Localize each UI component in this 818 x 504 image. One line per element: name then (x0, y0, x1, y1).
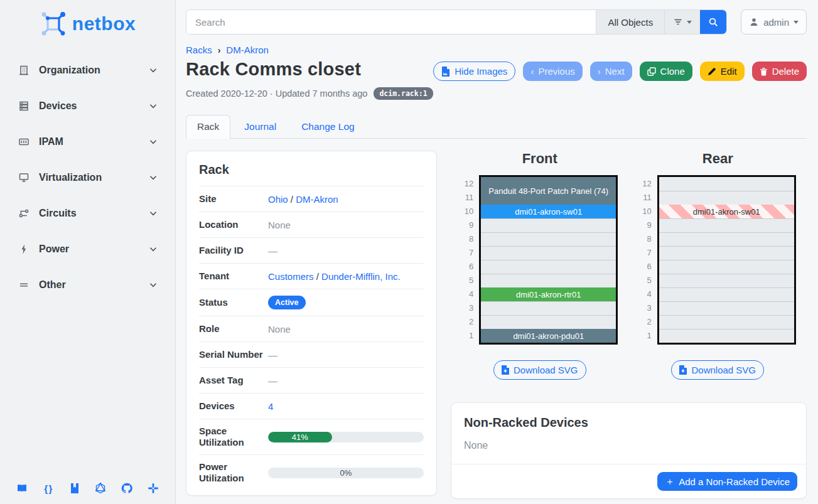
download-svg-rear-button[interactable]: Download SVG (671, 360, 764, 380)
rack-device[interactable]: dmi01-akron-pdu01 (481, 329, 616, 343)
sidebar-item-label: Power (39, 244, 148, 255)
attr-row-power-utilization: Power Utilization 0% 0% (199, 454, 424, 490)
rack-unit-slot[interactable] (481, 232, 616, 246)
sidebar-item-ipam[interactable]: IPAM (13, 129, 164, 154)
rack-unit-slot[interactable] (481, 260, 616, 274)
tenant-link[interactable]: Dunder-Mifflin, Inc. (321, 271, 401, 282)
tab-rack[interactable]: Rack (186, 115, 230, 139)
power-icon (18, 243, 30, 255)
pencil-icon (708, 67, 716, 76)
unit-number: 3 (640, 301, 657, 315)
attr-row-devices: Devices 4 (199, 393, 424, 419)
unit-number: 2 (461, 315, 479, 329)
rack-device[interactable]: dmi01-akron-sw01 (659, 205, 794, 218)
unit-number: 2 (640, 315, 657, 329)
copy-icon (647, 67, 656, 76)
plus-icon: ＋ (665, 476, 674, 488)
sidebar-item-devices[interactable]: Devices (13, 94, 164, 119)
sidebar-item-other[interactable]: Other (13, 272, 164, 298)
rack-unit-slot[interactable] (481, 218, 616, 232)
breadcrumb-racks[interactable]: Racks (186, 45, 212, 55)
graphql-icon[interactable] (94, 481, 107, 495)
netbox-logo[interactable]: netbox (0, 6, 175, 49)
add-non-racked-device-button[interactable]: ＋ Add a Non-Racked Device (657, 472, 797, 491)
sidebar-item-label: Other (39, 279, 148, 291)
rack-unit-slot[interactable] (659, 274, 794, 287)
attr-row-site: Site Ohio / DM-Akron (199, 186, 424, 212)
rack-unit-slot[interactable] (659, 315, 794, 329)
user-menu-button[interactable]: admin (741, 9, 807, 35)
devices-icon (18, 100, 30, 112)
unit-number: 1 (640, 329, 657, 343)
next-button[interactable]: › Next (590, 62, 632, 81)
object-type-select[interactable]: All Objects (596, 10, 664, 34)
chevron-down-icon (148, 136, 159, 147)
rack-unit-slot[interactable] (659, 287, 794, 301)
attr-row-space-utilization: Space Utilization 41% 41% (199, 419, 424, 454)
tab-change-log[interactable]: Change Log (290, 115, 365, 138)
tenant-group-link[interactable]: Customers (268, 271, 314, 282)
sidebar-item-virtualization[interactable]: Virtualization (13, 165, 164, 190)
rack-grid-front: Panduit 48-Port Patch Panel (74)dmi01-ak… (479, 175, 618, 345)
sidebar-item-circuits[interactable]: Circuits (13, 201, 164, 226)
clone-button[interactable]: Clone (640, 62, 692, 81)
rack-device[interactable]: Panduit 48-Port Patch Panel (74) (481, 177, 616, 205)
user-icon (749, 17, 759, 27)
unit-number: 11 (640, 191, 657, 205)
attr-row-tenant: Tenant Customers / Dunder-Mifflin, Inc. (199, 263, 424, 289)
rack-unit-slot[interactable] (659, 218, 794, 232)
rack-unit-slot[interactable] (659, 260, 794, 274)
devices-count-link[interactable]: 4 (268, 401, 273, 412)
rack-device[interactable]: dmi01-akron-sw01 (481, 205, 616, 218)
rack-unit-slot[interactable] (481, 274, 616, 287)
rack-unit-slot[interactable] (481, 246, 616, 260)
search-input[interactable] (186, 10, 596, 34)
serial-number-value: — (268, 350, 424, 360)
sidebar-item-organization[interactable]: Organization (13, 58, 164, 83)
rack-unit-slot[interactable] (659, 232, 794, 246)
unit-number: 10 (461, 205, 479, 218)
github-icon[interactable] (120, 481, 134, 495)
file-download-icon (679, 365, 687, 375)
sidebar-item-label: Organization (39, 65, 148, 76)
location-value: None (268, 220, 424, 230)
api-docs-icon[interactable] (68, 481, 82, 495)
sidebar-item-label: Devices (39, 100, 148, 112)
unit-number: 9 (640, 218, 657, 232)
docs-icon[interactable] (15, 481, 29, 495)
other-icon (18, 279, 30, 291)
rack-unit-slot[interactable] (481, 315, 616, 329)
tab-journal[interactable]: Journal (233, 115, 288, 138)
chevron-left-icon: ‹ (530, 66, 534, 77)
main-content: All Objects admin Racks › (176, 0, 818, 504)
tab-bar: Rack Journal Change Log (186, 115, 807, 139)
rack-unit-slot[interactable] (659, 301, 794, 315)
chevron-down-icon (148, 208, 159, 219)
rest-api-icon[interactable]: { } (41, 481, 55, 495)
tab-content: Rack Site Ohio / DM-Akron Location None … (186, 139, 807, 504)
search-submit-button[interactable] (700, 10, 726, 34)
rack-unit-slot[interactable] (659, 177, 794, 191)
non-racked-devices-panel: Non-Racked Devices None ＋ Add a Non-Rack… (451, 402, 807, 499)
elevations: Front 121110987654321 Panduit 48-Port Pa… (451, 151, 807, 380)
rack-unit-slot[interactable] (659, 329, 794, 343)
edit-button[interactable]: Edit (700, 62, 745, 81)
hide-images-button[interactable]: Hide Images (433, 62, 515, 81)
unit-number: 4 (461, 287, 479, 301)
delete-button[interactable]: Delete (752, 62, 807, 81)
power-utilization-bar: 0% 0% (268, 468, 424, 478)
page-header: Rack Comms closet Hide Images ‹ Previous… (186, 59, 807, 81)
rack-unit-slot[interactable] (481, 301, 616, 315)
community-icon[interactable] (146, 481, 160, 495)
site-group-link[interactable]: DM-Akron (296, 194, 338, 205)
breadcrumb-dm-akron[interactable]: DM-Akron (226, 45, 269, 55)
rack-device[interactable]: dmi01-akron-rtr01 (481, 287, 616, 301)
previous-button[interactable]: ‹ Previous (523, 62, 582, 81)
site-link[interactable]: Ohio (268, 194, 288, 205)
rack-unit-slot[interactable] (659, 246, 794, 260)
search-filter-button[interactable] (664, 10, 700, 34)
sidebar-item-power[interactable]: Power (13, 237, 164, 262)
chevron-down-icon (148, 100, 159, 112)
rack-unit-slot[interactable] (659, 191, 794, 205)
download-svg-front-button[interactable]: Download SVG (493, 360, 586, 380)
